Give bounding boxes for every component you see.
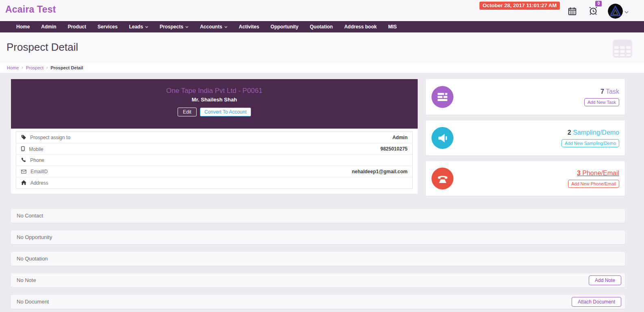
app-logo[interactable]: Acaira Test bbox=[5, 4, 56, 15]
phone-icon bbox=[21, 158, 26, 164]
add-note-button[interactable]: Add Note bbox=[589, 275, 621, 285]
note-section: No Note Add Note bbox=[11, 273, 625, 287]
nav-item-services[interactable]: Services bbox=[92, 21, 123, 32]
nav-item-accounts[interactable]: Accounts bbox=[194, 21, 233, 32]
title-band: Prospect Detail bbox=[0, 32, 644, 62]
task-card: 7 Task Add New Task bbox=[426, 79, 625, 115]
main-nav: Home Admin Product Services Leads Prospe… bbox=[0, 21, 644, 32]
add-new-phone-email-button[interactable]: Add New Phone/Email bbox=[568, 180, 619, 188]
field-row-address: Address bbox=[16, 177, 413, 189]
convert-to-account-button[interactable]: Convert To Account bbox=[200, 108, 251, 116]
chevron-down-icon bbox=[185, 26, 189, 28]
no-opportunity-label: No Opportunity bbox=[17, 234, 52, 240]
chevron-down-icon bbox=[145, 26, 148, 28]
nav-item-opportunity[interactable]: Opportunity bbox=[265, 21, 304, 32]
field-label: EmailID bbox=[30, 169, 48, 174]
add-new-sampling-demo-button[interactable]: Add New Sampling/Demo bbox=[562, 139, 619, 147]
task-count-link[interactable]: 7 Task bbox=[601, 88, 619, 95]
prospect-detail-card: One Tape India Pvt Ltd - P0061 Mr. Shail… bbox=[11, 79, 418, 202]
field-row-mobile: Mobile 9825010275 bbox=[16, 143, 413, 155]
avatar[interactable] bbox=[608, 4, 623, 19]
sampling-count-link[interactable]: 2 Sampling/Demo bbox=[568, 129, 619, 136]
edit-button[interactable]: Edit bbox=[178, 108, 197, 116]
tag-icon bbox=[21, 135, 26, 141]
field-value bbox=[203, 155, 413, 166]
field-label: Address bbox=[30, 180, 48, 186]
phone-email-card: 3 Phone/Email Add New Phone/Email bbox=[426, 161, 625, 196]
prospect-contact-person: Mr. Shailesh Shah bbox=[192, 97, 237, 103]
field-label: Prospect assign to bbox=[30, 135, 70, 140]
related-sections: No Contact No Opportunity No Quotation N… bbox=[11, 209, 625, 309]
summary-cards: 7 Task Add New Task 2 Sampling/Demo Add … bbox=[426, 79, 625, 202]
quotation-section: No Quotation bbox=[11, 252, 625, 266]
datetime-badge: October 28, 2017 11:01:27 AM bbox=[479, 2, 560, 10]
document-section: No Document Attach Document bbox=[11, 295, 625, 309]
nav-item-address-book[interactable]: Address book bbox=[338, 21, 382, 32]
table-icon bbox=[613, 40, 632, 59]
contact-section: No Contact bbox=[11, 209, 625, 223]
chevron-down-icon bbox=[224, 26, 228, 28]
breadcrumb: Home › Prospect › Prospect Detail bbox=[0, 62, 644, 73]
nav-item-quotation[interactable]: Quotation bbox=[304, 21, 339, 32]
prospect-fields-panel: Prospect assign to Admin Mobile 98250102… bbox=[11, 129, 418, 194]
nav-item-activites[interactable]: Activites bbox=[233, 21, 265, 32]
field-row-phone: Phone bbox=[16, 155, 413, 166]
field-label: Phone bbox=[30, 157, 44, 163]
field-row-assign-to: Prospect assign to Admin bbox=[16, 132, 413, 143]
breadcrumb-current: Prospect Detail bbox=[50, 65, 83, 70]
field-label: Mobile bbox=[29, 146, 43, 152]
no-document-label: No Document bbox=[17, 299, 49, 305]
breadcrumb-separator: › bbox=[22, 65, 23, 70]
nav-item-home[interactable]: Home bbox=[11, 21, 35, 32]
no-contact-label: No Contact bbox=[17, 213, 43, 219]
nav-item-mis[interactable]: MIS bbox=[382, 21, 402, 32]
nav-item-leads[interactable]: Leads bbox=[123, 21, 154, 32]
add-new-task-button[interactable]: Add New Task bbox=[584, 98, 619, 106]
breadcrumb-prospect[interactable]: Prospect bbox=[26, 65, 43, 70]
nav-item-product[interactable]: Product bbox=[62, 21, 92, 32]
field-value bbox=[203, 177, 413, 189]
prospect-name: One Tape India Pvt Ltd - P0061 bbox=[166, 87, 262, 95]
phone-email-count-link[interactable]: 3 Phone/Email bbox=[577, 170, 619, 177]
attach-document-button[interactable]: Attach Document bbox=[572, 297, 621, 307]
no-quotation-label: No Quotation bbox=[17, 256, 48, 262]
email-icon bbox=[21, 169, 26, 175]
alarm-count-badge: 0 bbox=[595, 1, 602, 6]
telephone-icon bbox=[432, 168, 453, 189]
nav-item-admin[interactable]: Admin bbox=[35, 21, 62, 32]
alarm-clock-icon[interactable] bbox=[589, 6, 598, 17]
calendar-icon[interactable] bbox=[568, 7, 577, 17]
field-value: Admin bbox=[203, 132, 413, 143]
breadcrumb-separator: › bbox=[46, 65, 48, 70]
sampling-demo-card: 2 Sampling/Demo Add New Sampling/Demo bbox=[426, 120, 625, 155]
mobile-icon bbox=[21, 147, 25, 153]
no-note-label: No Note bbox=[17, 277, 36, 283]
field-row-email: EmailID nehaldeep1@gmail.com bbox=[16, 166, 413, 177]
tasks-icon bbox=[432, 86, 453, 108]
main-content: One Tape India Pvt Ltd - P0061 Mr. Shail… bbox=[11, 79, 625, 202]
chevron-down-icon[interactable] bbox=[624, 8, 629, 15]
field-value: nehaldeep1@gmail.com bbox=[203, 166, 413, 177]
home-icon bbox=[21, 181, 26, 186]
top-header: Acaira Test October 28, 2017 11:01:27 AM… bbox=[0, 0, 644, 21]
breadcrumb-home[interactable]: Home bbox=[7, 65, 19, 70]
hero-actions: Edit Convert To Account bbox=[178, 108, 251, 116]
field-value: 9825010275 bbox=[203, 143, 413, 155]
page-title: Prospect Detail bbox=[7, 41, 78, 54]
prospect-hero: One Tape India Pvt Ltd - P0061 Mr. Shail… bbox=[11, 79, 418, 129]
nav-item-prospects[interactable]: Prospects bbox=[154, 21, 194, 32]
megaphone-icon bbox=[432, 127, 453, 149]
opportunity-section: No Opportunity bbox=[11, 230, 625, 244]
